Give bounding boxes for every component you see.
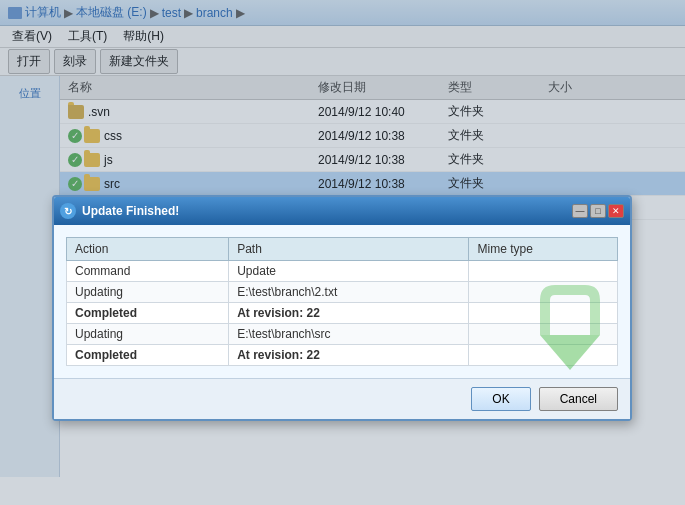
action-cell: Completed xyxy=(67,345,229,366)
col-mime: Mime type xyxy=(469,238,618,261)
refresh-arrow-icon xyxy=(535,280,605,370)
dialog-title-text: ↻ Update Finished! xyxy=(60,203,179,219)
dialog-footer: OK Cancel xyxy=(54,378,630,419)
path-cell: E:\test\branch\2.txt xyxy=(229,282,469,303)
close-button[interactable]: ✕ xyxy=(608,204,624,218)
dialog-icon: ↻ xyxy=(60,203,76,219)
cancel-button[interactable]: Cancel xyxy=(539,387,618,411)
action-cell: Updating xyxy=(67,324,229,345)
dialog-title-label: Update Finished! xyxy=(82,204,179,218)
path-cell: Update xyxy=(229,261,469,282)
minimize-button[interactable]: — xyxy=(572,204,588,218)
action-cell: Updating xyxy=(67,282,229,303)
col-path: Path xyxy=(229,238,469,261)
path-cell: At revision: 22 xyxy=(229,303,469,324)
dialog-title-bar: ↻ Update Finished! — □ ✕ xyxy=(54,197,630,225)
col-action: Action xyxy=(67,238,229,261)
update-dialog: ↻ Update Finished! — □ ✕ Action Path Mim… xyxy=(52,195,632,421)
ok-button[interactable]: OK xyxy=(471,387,530,411)
big-arrow-decoration xyxy=(530,275,610,375)
svg-marker-0 xyxy=(540,335,600,370)
path-cell: At revision: 22 xyxy=(229,345,469,366)
action-cell: Completed xyxy=(67,303,229,324)
path-cell: E:\test\branch\src xyxy=(229,324,469,345)
dialog-overlay: ↻ Update Finished! — □ ✕ Action Path Mim… xyxy=(0,0,685,505)
action-cell: Command xyxy=(67,261,229,282)
dialog-controls: — □ ✕ xyxy=(572,204,624,218)
maximize-button[interactable]: □ xyxy=(590,204,606,218)
dialog-body: Action Path Mime type Command Update Upd… xyxy=(54,225,630,378)
